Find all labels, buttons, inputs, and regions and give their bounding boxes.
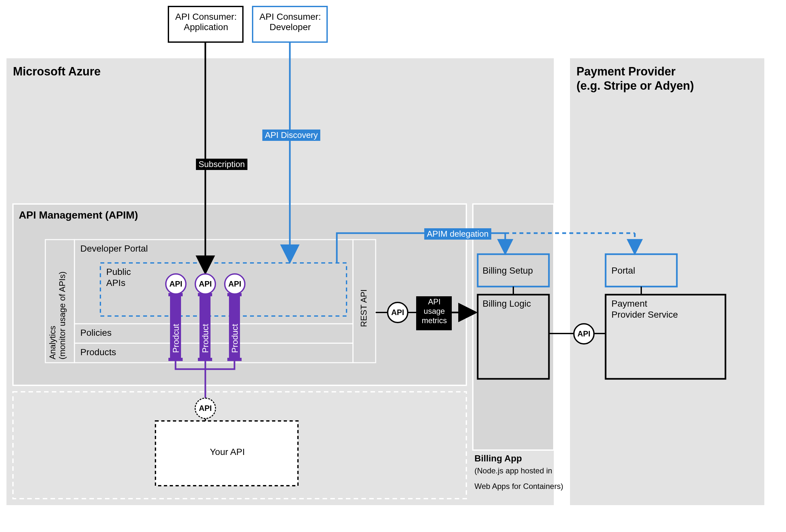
azure-region-title: Microsoft Azure [13, 65, 101, 78]
api-usage-line1: API [428, 297, 441, 306]
api-icon-product-2: API [194, 273, 216, 295]
api-icon-product-3: API [224, 273, 246, 295]
analytics-line1: Analytics [48, 326, 57, 360]
product-pill-3: Product [230, 308, 240, 353]
rest-api-label: REST API [359, 282, 369, 327]
svg-rect-25 [198, 358, 212, 361]
api-icon-product-1: API [165, 273, 187, 295]
api-icon-rest: API [387, 302, 408, 323]
api-icon-your-api: API [194, 398, 216, 419]
consumer-app-line2: Application [184, 22, 228, 32]
provider-service-line2: Provider Service [611, 309, 678, 320]
analytics-label: Analytics (monitor usage of APIs) [48, 246, 67, 360]
svg-rect-7 [74, 343, 353, 363]
billing-setup-label: Billing Setup [483, 265, 533, 276]
api-usage-line3: metrics [422, 316, 446, 325]
portal-label: Portal [611, 265, 635, 276]
billing-app-title: Billing App [475, 453, 522, 464]
payment-region-title1: Payment Provider [576, 65, 675, 78]
apim-title: API Management (APIM) [19, 209, 138, 221]
api-icon-provider: API [573, 323, 595, 345]
billing-app-sub2: Web Apps for Containers) [475, 482, 563, 491]
product-pill-2: Product [201, 308, 210, 353]
svg-rect-6 [74, 324, 353, 343]
consumer-dev-line2: Developer [270, 22, 311, 32]
api-discovery-label: API Discovery [262, 130, 320, 141]
api-usage-metrics: API usage metrics [419, 297, 450, 325]
consumer-dev-line1: API Consumer: [259, 11, 321, 22]
consumer-application: API Consumer: Application [174, 11, 238, 32]
payment-region-title2: (e.g. Stripe or Adyen) [576, 79, 694, 93]
products-label: Products [80, 347, 116, 357]
dev-portal-label: Developer Portal [80, 244, 148, 254]
svg-rect-24 [168, 358, 183, 361]
product-pill-1: Prodcut [171, 308, 181, 353]
svg-rect-11 [473, 204, 554, 450]
your-api-label: Your API [210, 447, 245, 457]
api-usage-line2: usage [423, 307, 445, 316]
policies-label: Policies [80, 328, 111, 338]
consumer-developer: API Consumer: Developer [258, 11, 323, 32]
svg-rect-1 [570, 58, 764, 505]
apim-delegation-label: APIM delegation [424, 228, 491, 239]
subscription-label: Subscription [196, 159, 248, 170]
svg-rect-26 [227, 358, 241, 361]
public-apis-line1: Public [106, 267, 131, 277]
analytics-line2: (monitor usage of APIs) [57, 271, 67, 360]
consumer-app-line1: API Consumer: [175, 11, 237, 22]
public-apis-line2: APIs [106, 278, 125, 288]
billing-app-sub1: (Node.js app hosted in [475, 466, 552, 475]
provider-service-line1: Payment [611, 299, 647, 309]
billing-logic-label: Billing Logic [483, 299, 531, 309]
